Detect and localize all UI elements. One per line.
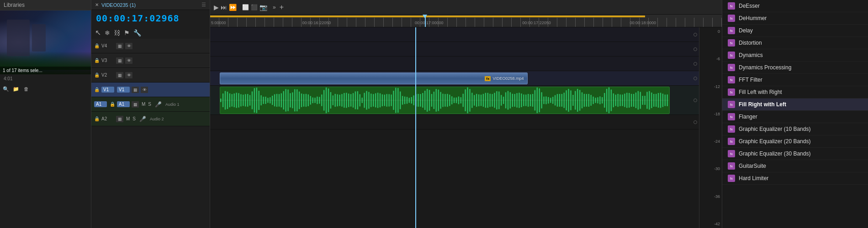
effect-icon-fill-left-with-right: fx bbox=[728, 88, 735, 96]
v4-end-marker bbox=[693, 33, 697, 36]
effect-label-dynamics-processing: Dynamics Processing bbox=[739, 64, 791, 71]
effect-icon-guitarsuite: fx bbox=[728, 162, 735, 170]
effect-label-graphic-eq-30: Graphic Equalizer (30 Bands) bbox=[739, 150, 810, 157]
lock-v3[interactable]: 🔒 bbox=[94, 58, 100, 63]
play-button[interactable]: ▶ bbox=[214, 4, 219, 11]
timeline-ruler[interactable]: 5:00000 00:00:16:22050 00:00:17:00000 00… bbox=[210, 15, 722, 27]
visibility-v1[interactable]: 👁 bbox=[141, 87, 148, 93]
audio-clip[interactable] bbox=[220, 87, 669, 114]
mic-a2[interactable]: 🎤 bbox=[139, 116, 146, 122]
effect-icon-fill-right-with-left: fx bbox=[728, 101, 735, 108]
audio1-label: Audio 1 bbox=[165, 102, 180, 107]
lock-a1[interactable]: 🔒 bbox=[110, 102, 115, 107]
marker-icon[interactable]: ⚑ bbox=[124, 29, 130, 36]
effect-icon-graphic-eq-30: fx bbox=[728, 150, 735, 157]
video-clip-label: VIDEO0258.mp4 bbox=[492, 76, 524, 81]
add-folder-icon[interactable]: 📁 bbox=[12, 85, 20, 93]
v3-end-marker bbox=[693, 47, 697, 51]
effect-delay[interactable]: fx Delay bbox=[722, 25, 868, 37]
effect-distortion[interactable]: fx Distortion bbox=[722, 37, 868, 49]
close-icon[interactable]: ✕ bbox=[95, 2, 99, 7]
visibility-v4[interactable]: 👁 bbox=[125, 43, 132, 49]
effect-icon-dehummer: fx bbox=[728, 15, 735, 22]
search-icon[interactable]: 🔍 bbox=[2, 85, 10, 93]
add-track-button[interactable]: + bbox=[280, 3, 284, 11]
solo-a1[interactable]: S bbox=[148, 102, 151, 107]
fx-badge: fx bbox=[485, 76, 491, 81]
effect-label-flanger: Flanger bbox=[739, 114, 757, 120]
v3-track bbox=[210, 42, 699, 57]
effect-flanger[interactable]: fx Flanger bbox=[722, 111, 868, 123]
more-controls-icon[interactable]: » bbox=[273, 4, 276, 10]
sequence-header: ✕ VIDEO0235 (1) ☰ bbox=[91, 0, 210, 10]
track-row-a2: 🔒 A2 ▦ M S 🎤 Audio 2 bbox=[91, 112, 210, 126]
playback-controls: ▶ ⏭ ⏩ ⬜ ⬛ 📷 » + bbox=[214, 3, 284, 11]
timeline-tracks-container: fx VIDEO0258.mp4 bbox=[210, 27, 722, 228]
extract-button[interactable]: ⬛ bbox=[251, 4, 258, 10]
track-controls-panel: ✕ VIDEO0235 (1) ☰ 00:00:17:02968 ↖ ❄ ⛓ ⚑… bbox=[91, 0, 210, 228]
effect-fft-filter[interactable]: fx FFT Filter bbox=[722, 74, 868, 86]
track-label-a1-right: A1 bbox=[117, 101, 130, 107]
mute-a2[interactable]: M bbox=[126, 116, 130, 121]
delete-icon[interactable]: 🗑 bbox=[22, 85, 30, 93]
effect-graphic-eq-20[interactable]: fx Graphic Equalizer (20 Bands) bbox=[722, 135, 868, 148]
effect-fill-right-with-left[interactable]: fx Fill Right with Left bbox=[722, 98, 868, 111]
effect-icon-delay: fx bbox=[728, 27, 735, 34]
video-clip-inner: fx VIDEO0258.mp4 bbox=[220, 73, 527, 84]
track-settings-a1[interactable]: ▦ bbox=[132, 101, 139, 108]
snap-icon[interactable]: ❄ bbox=[105, 29, 110, 36]
effect-hard-limiter[interactable]: fx Hard Limiter bbox=[722, 172, 868, 185]
video-clip[interactable]: fx VIDEO0258.mp4 bbox=[220, 73, 528, 84]
lift-button[interactable]: ⬜ bbox=[242, 4, 249, 10]
step-forward-button[interactable]: ⏭ bbox=[221, 4, 227, 11]
visibility-v2[interactable]: 👁 bbox=[125, 72, 132, 78]
track-label-v2: V2 bbox=[101, 73, 114, 78]
effect-label-fill-left-with-right: Fill Left with Right bbox=[739, 89, 782, 95]
scale-neg36: -36 bbox=[701, 194, 720, 199]
camera-button[interactable]: 📷 bbox=[259, 4, 267, 11]
effect-icon-dynamics: fx bbox=[728, 52, 735, 59]
effect-guitarsuite[interactable]: fx GuitarSuite bbox=[722, 160, 868, 172]
sequence-menu-icon[interactable]: ☰ bbox=[201, 2, 206, 8]
effect-deesser[interactable]: fx DeEsser bbox=[722, 0, 868, 12]
track-settings-v1[interactable]: ▦ bbox=[132, 87, 139, 93]
effect-fill-left-with-right[interactable]: fx Fill Left with Right bbox=[722, 86, 868, 98]
solo-a2[interactable]: S bbox=[132, 116, 136, 121]
playhead-triangle bbox=[423, 15, 427, 18]
lock-a2[interactable]: 🔒 bbox=[94, 116, 100, 121]
track-settings-v4[interactable]: ▦ bbox=[116, 43, 123, 49]
effect-label-distortion: Distortion bbox=[739, 40, 762, 46]
effect-label-guitarsuite: GuitarSuite bbox=[739, 163, 766, 169]
ruler-marks: 5:00000 00:00:16:22050 00:00:17:00000 00… bbox=[210, 15, 722, 27]
track-settings-v2[interactable]: ▦ bbox=[116, 72, 123, 78]
fast-forward-button[interactable]: ⏩ bbox=[229, 4, 237, 11]
scale-neg42: -42 bbox=[701, 222, 720, 226]
v1-end-marker bbox=[693, 77, 697, 80]
in-out-bar bbox=[210, 16, 645, 17]
track-label-v4: V4 bbox=[101, 43, 114, 48]
effect-dehummer[interactable]: fx DeHummer bbox=[722, 12, 868, 25]
scale-neg24: -24 bbox=[701, 139, 720, 144]
cursor-tool[interactable]: ↖ bbox=[95, 28, 101, 37]
v1-track: fx VIDEO0258.mp4 bbox=[210, 71, 699, 86]
lock-v1[interactable]: 🔒 bbox=[94, 87, 100, 92]
effect-dynamics-processing[interactable]: fx Dynamics Processing bbox=[722, 62, 868, 74]
effect-graphic-eq-10[interactable]: fx Graphic Equalizer (10 Bands) bbox=[722, 123, 868, 135]
mute-a1[interactable]: M bbox=[142, 102, 145, 107]
track-settings-a2[interactable]: ▦ bbox=[116, 116, 123, 122]
effect-label-graphic-eq-20: Graphic Equalizer (20 Bands) bbox=[739, 138, 810, 145]
link-tool[interactable]: ⛓ bbox=[114, 29, 120, 36]
track-label-v1-dup: V1 bbox=[117, 87, 130, 93]
scale-neg30: -30 bbox=[701, 166, 720, 171]
track-settings-v3[interactable]: ▦ bbox=[116, 57, 123, 64]
lock-v2[interactable]: 🔒 bbox=[94, 73, 100, 78]
lock-v4[interactable]: 🔒 bbox=[94, 43, 100, 48]
mic-a1[interactable]: 🎤 bbox=[155, 101, 162, 108]
effect-graphic-eq-30[interactable]: fx Graphic Equalizer (30 Bands) bbox=[722, 148, 868, 160]
effect-label-hard-limiter: Hard Limiter bbox=[739, 175, 768, 181]
libraries-header: Libraries bbox=[0, 0, 91, 10]
effect-label-graphic-eq-10: Graphic Equalizer (10 Bands) bbox=[739, 126, 810, 132]
wrench-icon[interactable]: 🔧 bbox=[133, 29, 141, 36]
effect-dynamics[interactable]: fx Dynamics bbox=[722, 49, 868, 62]
visibility-v3[interactable]: 👁 bbox=[125, 57, 132, 64]
